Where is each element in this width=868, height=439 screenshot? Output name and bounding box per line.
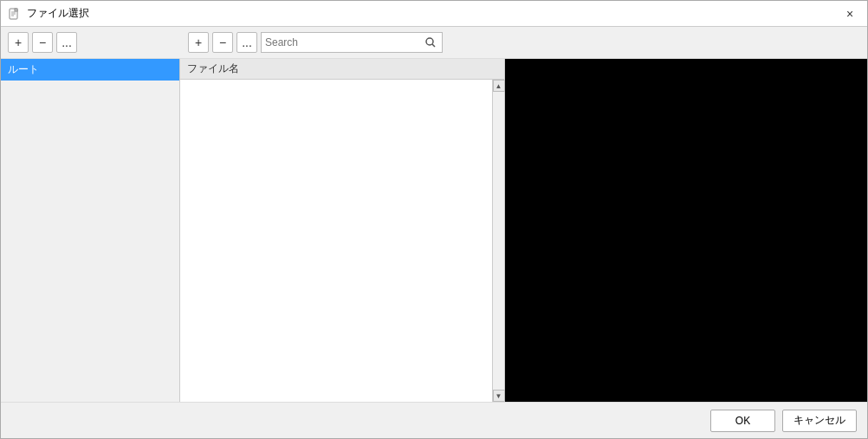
left-add-button[interactable]: + (8, 32, 29, 53)
file-list-header: ファイル名 (180, 59, 504, 80)
svg-point-5 (426, 38, 433, 45)
file-icon (8, 7, 22, 21)
ok-button[interactable]: OK (710, 410, 775, 432)
toolbar: + − ... + − ... (1, 27, 867, 59)
search-box (261, 32, 443, 53)
content-area: ルート ファイル名 ▲ ▼ (1, 59, 867, 402)
filename-column-header: ファイル名 (187, 61, 239, 76)
close-button[interactable]: × (839, 3, 860, 24)
dialog-window: ファイル選択 × + − ... + − ... ルート (0, 0, 868, 439)
svg-line-6 (432, 44, 435, 47)
tree-item-root[interactable]: ルート (1, 59, 179, 81)
search-icon[interactable] (423, 35, 438, 50)
left-panel: ルート (1, 59, 180, 402)
cancel-button[interactable]: キャンセル (782, 410, 857, 432)
title-bar: ファイル選択 × (1, 1, 867, 27)
file-list-body[interactable] (180, 80, 504, 402)
search-input[interactable] (265, 36, 423, 48)
right-add-button[interactable]: + (188, 32, 209, 53)
left-remove-button[interactable]: − (32, 32, 53, 53)
scrollbar: ▲ ▼ (492, 80, 504, 402)
scroll-down-arrow[interactable]: ▼ (493, 390, 505, 402)
left-more-button[interactable]: ... (56, 32, 77, 53)
scroll-up-arrow[interactable]: ▲ (493, 80, 505, 92)
right-remove-button[interactable]: − (212, 32, 233, 53)
footer: OK キャンセル (1, 402, 867, 438)
title-bar-left: ファイル選択 (8, 6, 89, 21)
middle-panel: ファイル名 ▲ ▼ (180, 59, 505, 402)
right-more-button[interactable]: ... (236, 32, 257, 53)
dialog-title: ファイル選択 (27, 6, 89, 21)
preview-panel (505, 59, 867, 402)
svg-rect-1 (15, 9, 17, 11)
